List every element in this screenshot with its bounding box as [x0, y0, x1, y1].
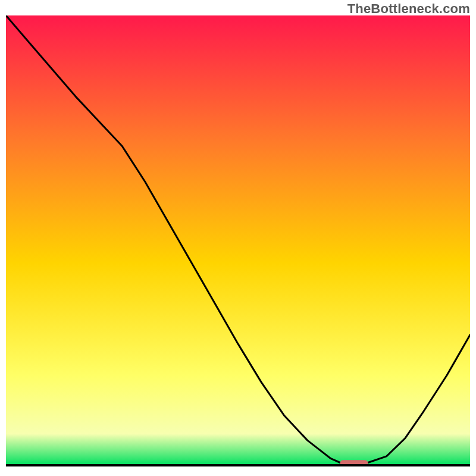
- chart-svg: [6, 15, 470, 470]
- plot-area: [6, 15, 470, 470]
- gradient-background: [6, 15, 470, 465]
- watermark-text: TheBottleneck.com: [347, 1, 470, 17]
- chart-stage: TheBottleneck.com: [0, 0, 476, 476]
